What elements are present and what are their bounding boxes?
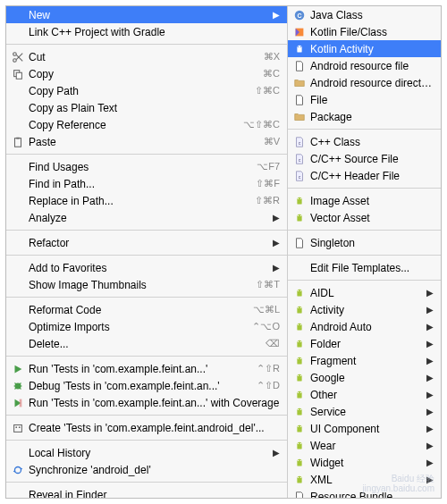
sub_menu-item-c-class[interactable]: cC++ Class bbox=[288, 133, 441, 150]
sub_menu-item-image-asset[interactable]: Image Asset bbox=[288, 192, 441, 209]
main_menu-item-find-usages[interactable]: Find Usages⌥F7 bbox=[6, 158, 287, 175]
menu-item-label: Find Usages bbox=[29, 161, 249, 173]
main_menu-item-add-to-favorites[interactable]: Add to Favorites▶ bbox=[6, 259, 287, 276]
android-icon bbox=[292, 354, 307, 368]
menu-item-label: Edit File Templates... bbox=[310, 262, 434, 274]
blank-icon bbox=[11, 118, 25, 132]
folder-icon bbox=[292, 76, 307, 90]
svg-point-34 bbox=[298, 307, 299, 307]
sub_menu-item-activity[interactable]: Activity▶ bbox=[288, 301, 441, 318]
main_menu-item-run-tests-in-com-example-feint[interactable]: Run 'Tests in 'com.example.feint.an...' … bbox=[6, 394, 287, 411]
sub_menu-item-file[interactable]: File bbox=[288, 91, 441, 108]
menu-item-label: Android resource file bbox=[310, 60, 434, 72]
sub_menu-item-c-c-header-file[interactable]: cC/C++ Header File bbox=[288, 167, 441, 184]
main_menu-item-copy[interactable]: Copy⌘C bbox=[6, 65, 287, 82]
file-icon bbox=[292, 236, 307, 250]
paste-icon bbox=[11, 135, 25, 149]
main_menu-item-copy-as-plain-text[interactable]: Copy as Plain Text bbox=[6, 99, 287, 116]
sub_menu-item-resource-bundle[interactable]: Resource Bundle bbox=[288, 488, 441, 498]
main_menu-item-refactor[interactable]: Refactor▶ bbox=[6, 234, 287, 251]
sub_menu-item-other[interactable]: Other▶ bbox=[288, 386, 441, 403]
menu-item-label: Android resource directory bbox=[310, 77, 434, 89]
main_menu-item-reveal-in-finder[interactable]: Reveal in Finder bbox=[6, 486, 287, 498]
main_menu-item-replace-in-path[interactable]: Replace in Path...⇧⌘R bbox=[6, 192, 287, 209]
menu-item-label: Run 'Tests in 'com.example.feint.an...' bbox=[29, 363, 249, 375]
svg-point-39 bbox=[300, 340, 301, 341]
submenu-arrow-icon: ▶ bbox=[273, 238, 280, 248]
android-icon bbox=[292, 337, 307, 351]
sub_menu-item-android-resource-directory[interactable]: Android resource directory bbox=[288, 74, 441, 91]
main_menu-item-analyze[interactable]: Analyze▶ bbox=[6, 209, 287, 226]
main_menu-item-copy-path[interactable]: Copy Path⇧⌘C bbox=[6, 82, 287, 99]
main_menu-item-delete[interactable]: Delete...⌫ bbox=[6, 335, 287, 352]
menu-item-shortcut: ⌘X bbox=[264, 51, 280, 63]
sub_menu-item-aidl[interactable]: AIDL▶ bbox=[288, 284, 441, 301]
svg-point-0 bbox=[13, 52, 17, 55]
run-icon bbox=[11, 362, 25, 376]
separator bbox=[6, 440, 287, 441]
sync-icon bbox=[11, 463, 25, 477]
main_menu-item-synchronize-android-del[interactable]: Synchronize 'android_del' bbox=[6, 461, 287, 478]
sub_menu-item-package[interactable]: Package bbox=[288, 108, 441, 125]
sub_menu-item-xml[interactable]: XML▶ bbox=[288, 471, 441, 488]
main_menu-item-link-c-project-with-gradle[interactable]: Link C++ Project with Gradle bbox=[6, 23, 287, 40]
main_menu-item-copy-reference[interactable]: Copy Reference⌥⇧⌘C bbox=[6, 116, 287, 133]
sub_menu-item-service[interactable]: Service▶ bbox=[288, 403, 441, 420]
sub_menu-item-java-class[interactable]: CJava Class bbox=[288, 6, 441, 23]
sub_menu-item-edit-file-templates[interactable]: Edit File Templates... bbox=[288, 259, 441, 276]
svg-point-36 bbox=[298, 323, 299, 324]
sub_menu-item-wear[interactable]: Wear▶ bbox=[288, 437, 441, 454]
file-icon bbox=[292, 490, 307, 499]
main_menu-item-cut[interactable]: Cut⌘X bbox=[6, 48, 287, 65]
main_menu-item-create-tests-in-com-example-fe[interactable]: Create 'Tests in 'com.example.feint.andr… bbox=[6, 419, 287, 436]
separator bbox=[6, 154, 287, 155]
main_menu-item-find-in-path[interactable]: Find in Path...⇧⌘F bbox=[6, 175, 287, 192]
sub_menu-item-folder[interactable]: Folder▶ bbox=[288, 335, 441, 352]
sub_menu-item-singleton[interactable]: Singleton bbox=[288, 234, 441, 251]
main_menu-item-optimize-imports[interactable]: Optimize Imports⌃⌥O bbox=[6, 318, 287, 335]
main_menu-item-local-history[interactable]: Local History▶ bbox=[6, 444, 287, 461]
main_menu-item-debug-tests-in-com-example-fei[interactable]: Debug 'Tests in 'com.example.feint.an...… bbox=[6, 377, 287, 394]
menu-item-label: Resource Bundle bbox=[310, 491, 434, 499]
main_menu-item-new[interactable]: New▶ bbox=[6, 6, 287, 23]
sub_menu-item-ui-component[interactable]: UI Component▶ bbox=[288, 420, 441, 437]
sub_menu-item-kotlin-activity[interactable]: Kotlin Activity bbox=[288, 40, 441, 57]
main_menu-item-show-image-thumbnails[interactable]: Show Image Thumbnails⇧⌘T bbox=[6, 276, 287, 293]
menu-item-label: Folder bbox=[310, 338, 421, 350]
sub_menu-item-kotlin-file-class[interactable]: Kotlin File/Class bbox=[288, 23, 441, 40]
submenu-arrow-icon: ▶ bbox=[426, 305, 434, 315]
menu-item-label: Paste bbox=[29, 136, 257, 148]
menu-item-label: Copy Path bbox=[29, 85, 248, 97]
submenu-arrow-icon: ▶ bbox=[426, 424, 434, 433]
sub_menu-item-android-auto[interactable]: Android Auto▶ bbox=[288, 318, 441, 335]
sub_menu-item-vector-asset[interactable]: Vector Asset bbox=[288, 209, 441, 226]
sub_menu-item-android-resource-file[interactable]: Android resource file bbox=[288, 57, 441, 74]
blank-icon bbox=[11, 446, 25, 460]
sub_menu-item-fragment[interactable]: Fragment▶ bbox=[288, 352, 441, 369]
main_menu-item-paste[interactable]: Paste⌘V bbox=[6, 133, 287, 150]
menu-item-label: Kotlin File/Class bbox=[310, 26, 434, 38]
menu-item-shortcut: ⌘C bbox=[263, 68, 280, 80]
separator bbox=[6, 44, 287, 45]
blank-icon bbox=[11, 488, 25, 499]
blank-icon bbox=[11, 303, 25, 317]
sub_menu-item-widget[interactable]: Widget▶ bbox=[288, 454, 441, 471]
android-icon bbox=[292, 211, 307, 225]
submenu-arrow-icon: ▶ bbox=[426, 356, 434, 365]
main_menu-item-reformat-code[interactable]: Reformat Code⌥⌘L bbox=[6, 301, 287, 318]
cpp-icon: c bbox=[292, 135, 307, 149]
menu-item-label: Image Asset bbox=[310, 195, 434, 207]
main_menu-item-run-tests-in-com-example-feint[interactable]: Run 'Tests in 'com.example.feint.an...'⌃… bbox=[6, 360, 287, 377]
separator bbox=[288, 280, 441, 281]
submenu-arrow-icon: ▶ bbox=[426, 390, 434, 399]
blank-icon bbox=[11, 160, 25, 174]
sub_menu-item-c-c-source-file[interactable]: cC/C++ Source File bbox=[288, 150, 441, 167]
blank-icon bbox=[11, 194, 25, 208]
android-icon bbox=[292, 42, 307, 56]
blank-icon bbox=[11, 211, 25, 225]
debug-icon bbox=[11, 379, 25, 393]
svg-point-45 bbox=[300, 391, 301, 392]
sub_menu-item-google[interactable]: Google▶ bbox=[288, 369, 441, 386]
menu-item-shortcut: ⌥F7 bbox=[257, 161, 280, 172]
blank-icon bbox=[11, 101, 25, 115]
